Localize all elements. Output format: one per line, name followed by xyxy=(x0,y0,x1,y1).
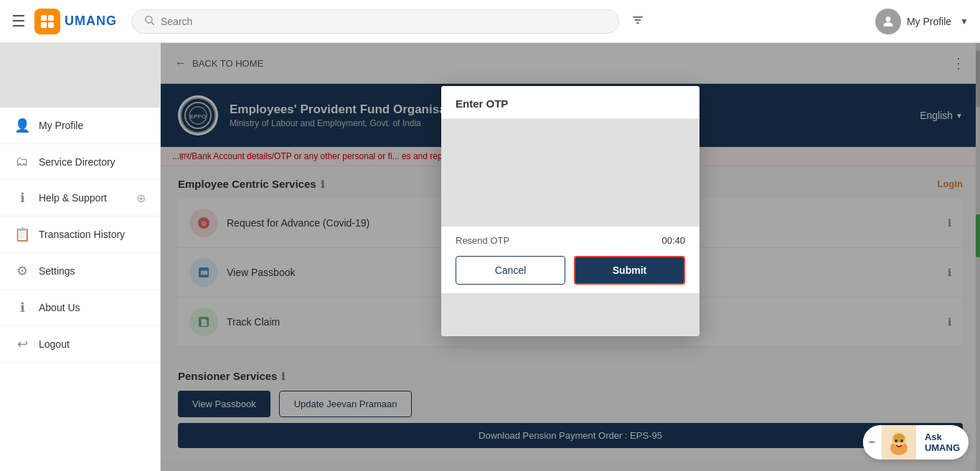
svg-point-4 xyxy=(146,16,152,22)
svg-line-5 xyxy=(151,22,154,25)
expand-icon[interactable]: ⊕ xyxy=(136,191,146,205)
sidebar-item-help-support[interactable]: ℹ Help & Support ⊕ xyxy=(0,180,160,217)
cancel-button[interactable]: Cancel xyxy=(456,256,565,285)
header-right: My Profile ▼ xyxy=(875,9,969,34)
modal-overlay: Enter OTP Resend OTP 00:40 Cancel Submit xyxy=(161,43,980,471)
top-header: ☰ UMANG My Profile ▼ xyxy=(0,0,980,43)
otp-dialog: Enter OTP Resend OTP 00:40 Cancel Submit xyxy=(441,86,699,336)
profile-icon: 👤 xyxy=(14,118,30,133)
sidebar-item-logout[interactable]: ↩ Logout xyxy=(0,326,160,363)
logo: UMANG xyxy=(34,9,117,34)
umang-avatar xyxy=(882,425,916,460)
otp-timer: 00:40 xyxy=(661,235,685,246)
sidebar-label: Service Directory xyxy=(39,156,146,168)
otp-bottom-area xyxy=(441,293,699,336)
otp-dialog-title: Enter OTP xyxy=(441,86,699,119)
svg-point-9 xyxy=(886,16,891,22)
settings-icon: ⚙ xyxy=(14,263,30,279)
sidebar-label: Transaction History xyxy=(39,229,146,240)
search-bar xyxy=(131,9,619,34)
otp-input-area[interactable] xyxy=(441,119,699,227)
svg-point-23 xyxy=(900,439,903,442)
help-icon: ℹ xyxy=(14,190,30,206)
submit-button[interactable]: Submit xyxy=(574,256,685,285)
sidebar-banner xyxy=(0,43,160,108)
main-content: ← BACK TO HOME ⋮ EPFO Employees' Provide… xyxy=(161,43,980,471)
main-layout: 👤 My Profile 🗂 Service Directory ℹ Help … xyxy=(0,43,980,471)
sidebar-label: Logout xyxy=(39,338,146,350)
logout-icon: ↩ xyxy=(14,336,30,352)
minimize-icon[interactable]: − xyxy=(863,432,882,453)
otp-resend-row: Resend OTP 00:40 xyxy=(456,235,685,246)
sidebar-label: Settings xyxy=(39,265,146,277)
logo-text: UMANG xyxy=(65,14,117,29)
ask-umang-widget[interactable]: − AskUMANG xyxy=(863,425,969,460)
hamburger-menu[interactable]: ☰ xyxy=(11,12,26,31)
service-directory-icon: 🗂 xyxy=(14,154,30,169)
avatar xyxy=(875,9,901,34)
sidebar-label: About Us xyxy=(39,302,146,313)
sidebar: 👤 My Profile 🗂 Service Directory ℹ Help … xyxy=(0,43,161,471)
sidebar-item-settings[interactable]: ⚙ Settings xyxy=(0,253,160,290)
profile-dropdown-arrow[interactable]: ▼ xyxy=(960,16,969,27)
svg-rect-2 xyxy=(41,22,47,28)
sidebar-label: Help & Support xyxy=(39,192,128,204)
svg-rect-1 xyxy=(48,15,54,21)
sidebar-item-service-directory[interactable]: 🗂 Service Directory xyxy=(0,144,160,180)
svg-rect-3 xyxy=(48,22,54,28)
otp-buttons: Cancel Submit xyxy=(456,256,685,285)
search-input[interactable] xyxy=(161,16,607,27)
ask-umang-label: AskUMANG xyxy=(916,432,969,453)
logo-icon xyxy=(34,9,60,34)
about-icon: ℹ xyxy=(14,300,30,315)
sidebar-item-my-profile[interactable]: 👤 My Profile xyxy=(0,108,160,144)
profile-label[interactable]: My Profile xyxy=(907,16,951,27)
svg-rect-0 xyxy=(41,15,47,21)
otp-footer: Resend OTP 00:40 Cancel Submit xyxy=(441,227,699,293)
sidebar-item-about-us[interactable]: ℹ About Us xyxy=(0,290,160,326)
svg-point-22 xyxy=(895,439,897,442)
filter-icon[interactable] xyxy=(631,13,645,30)
search-icon xyxy=(143,14,155,29)
sidebar-item-transaction-history[interactable]: 📋 Transaction History xyxy=(0,217,160,253)
transaction-icon: 📋 xyxy=(14,227,30,242)
sidebar-label: My Profile xyxy=(39,120,146,131)
resend-otp-link[interactable]: Resend OTP xyxy=(456,235,509,246)
